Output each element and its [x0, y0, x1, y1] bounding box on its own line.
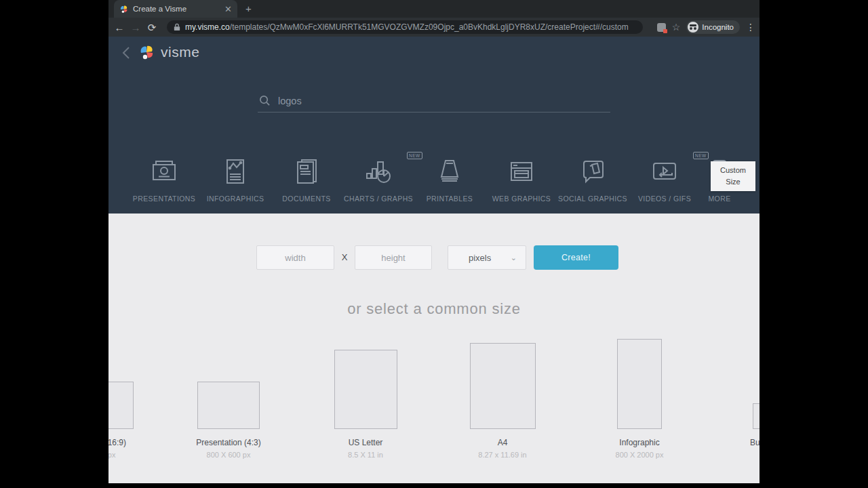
unit-select[interactable]: pixels ⌄ [448, 245, 526, 270]
unit-selected-value: pixels [469, 253, 511, 263]
bookmark-star-icon[interactable]: ☆ [672, 22, 681, 32]
visme-logo[interactable]: visme [138, 44, 199, 60]
size-preview[interactable] [753, 403, 760, 429]
extension-icon[interactable] [657, 23, 666, 32]
incognito-icon [688, 22, 698, 33]
create-button[interactable]: Create! [534, 245, 618, 270]
common-size-heading: or select a common size [108, 300, 760, 318]
refresh-icon[interactable]: ⟳ [144, 22, 160, 33]
url-text: my.visme.co/templates/QzMwM0xFcXl6MURRTk… [185, 22, 629, 32]
new-tab-button[interactable]: + [243, 3, 254, 15]
web-graphics-icon [507, 152, 536, 191]
size-preview[interactable] [617, 339, 662, 429]
social-graphics-icon [578, 152, 608, 191]
visme-logo-text: visme [161, 44, 199, 60]
size-card-us-letter[interactable]: US Letter 8.5 X 11 in [304, 350, 427, 459]
size-preview[interactable] [470, 343, 536, 429]
visme-logo-icon [138, 44, 155, 60]
browser-toolbar: ← → ⟳ my.visme.co/templates/QzMwM0xFcXl6… [108, 18, 760, 37]
size-preview[interactable] [108, 382, 134, 429]
visme-favicon-icon [119, 5, 128, 14]
tab-close-icon[interactable]: ✕ [224, 5, 232, 14]
browser-tab[interactable]: Create a Visme ✕ [114, 0, 237, 18]
infographics-icon [220, 152, 250, 191]
back-chevron-icon[interactable] [120, 45, 134, 61]
tab-title: Create a Visme [133, 5, 220, 13]
documents-icon [292, 152, 321, 191]
printables-icon [435, 152, 465, 191]
tooltip-line1: Custom [711, 165, 755, 176]
extension-badge [663, 29, 667, 33]
padlock-icon [174, 23, 180, 31]
visme-header: visme logos PRESENTATIONS [108, 37, 760, 214]
chevron-down-icon: ⌄ [511, 253, 517, 262]
search-value: logos [278, 96, 302, 106]
common-size-cards: Presentation (16:9) 1368 X 768 px Presen… [108, 339, 760, 459]
incognito-badge: Incognito [686, 20, 740, 34]
tooltip-line2: Size [711, 176, 755, 188]
category-social-graphics[interactable]: SOCIAL GRAPHICS [555, 152, 630, 203]
height-input[interactable] [355, 245, 432, 270]
width-input[interactable] [256, 245, 334, 270]
url-path: /templates/QzMwM0xFcXl6MURRTk51MGVOZGVMZ… [230, 22, 629, 32]
url-domain: my.visme.co [185, 22, 230, 32]
category-printables[interactable]: PRINTABLES [412, 152, 487, 203]
custom-size-panel: X pixels ⌄ Create! or select a common si… [108, 214, 760, 483]
category-charts-graphs[interactable]: NEW CHARTS / GRAPHS [341, 152, 416, 203]
presentations-icon [149, 152, 179, 191]
size-card-a4[interactable]: A4 8.27 x 11.69 in [441, 343, 564, 459]
dimension-separator: X [338, 245, 351, 270]
category-documents[interactable]: DOCUMENTS [269, 152, 344, 203]
size-card-infographic[interactable]: Infographic 800 X 2000 px [578, 339, 701, 459]
videos-gifs-icon: NEW [650, 152, 679, 191]
size-preview[interactable] [197, 382, 260, 429]
size-card-business-card[interactable]: Business Card 3.5 X 2 in [715, 403, 760, 459]
charts-graphs-icon: NEW [363, 152, 393, 191]
url-bar[interactable]: my.visme.co/templates/QzMwM0xFcXl6MURRTk… [167, 20, 643, 34]
category-presentations[interactable]: PRESENTATIONS [127, 152, 201, 203]
browser-window: Create a Visme ✕ + ← → ⟳ my.visme.co/tem… [108, 0, 760, 483]
size-preview[interactable] [334, 350, 397, 429]
custom-size-tooltip: Custom Size [711, 161, 755, 191]
size-card-presentation-43[interactable]: Presentation (4:3) 800 X 600 px [167, 382, 290, 459]
category-web-graphics[interactable]: WEB GRAPHICS [484, 152, 559, 203]
search-input[interactable]: logos [258, 89, 610, 113]
toolbar-right: ☆ Incognito ⋮ [657, 18, 755, 37]
search-icon [259, 95, 271, 106]
tab-strip: Create a Visme ✕ + [108, 0, 760, 18]
size-card-presentation-169[interactable]: Presentation (16:9) 1368 X 768 px [108, 382, 153, 459]
menu-dots-icon[interactable]: ⋮ [746, 22, 755, 32]
back-icon[interactable]: ← [111, 22, 127, 33]
forward-icon: → [127, 22, 144, 33]
category-infographics[interactable]: INFOGRAPHICS [198, 152, 273, 203]
